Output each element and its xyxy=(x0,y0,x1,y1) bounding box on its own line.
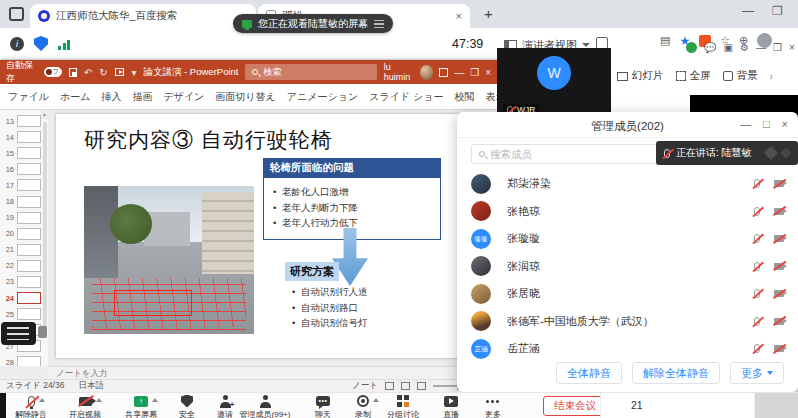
slide-thumbnail-25[interactable]: 25 xyxy=(0,306,48,322)
browser-restore-button[interactable]: ❐ xyxy=(772,4,783,18)
more-toolbar-button[interactable]: 更多 xyxy=(464,394,522,418)
gear-icon[interactable]: ⚙ xyxy=(740,42,749,53)
slide-thumbnail-18[interactable]: 18 xyxy=(0,193,48,209)
muted-mic-icon[interactable] xyxy=(754,317,760,326)
new-tab-button[interactable]: + xyxy=(484,5,493,22)
ribbon-tab-review[interactable]: 校閲 xyxy=(454,90,474,104)
tab-close-icon[interactable]: × xyxy=(456,10,462,22)
manage-members-button[interactable]: 管理成员(99+) xyxy=(236,394,294,418)
ribbon-tab-slideshow[interactable]: スライド ショー xyxy=(369,90,443,104)
notification-menu-icon[interactable] xyxy=(374,20,384,28)
member-row[interactable]: 张居晓 xyxy=(457,280,798,308)
presenter-tools-overlay[interactable] xyxy=(1,322,36,345)
close-icon[interactable]: × xyxy=(789,42,795,53)
slide-thumbnail-17[interactable]: 17 xyxy=(0,177,48,193)
muted-camera-icon[interactable] xyxy=(774,235,784,242)
ribbon-tab-insert[interactable]: 挿入 xyxy=(101,90,121,104)
member-row[interactable]: 郑柒漭染 xyxy=(457,170,798,198)
reading-list-icon[interactable]: ▤ xyxy=(660,34,670,47)
browser-minimize-button[interactable]: — xyxy=(742,4,754,18)
chevron-up-icon[interactable] xyxy=(39,398,45,402)
muted-mic-icon[interactable] xyxy=(754,262,760,271)
notes-input[interactable]: ノートを入力 xyxy=(48,366,497,379)
language-indicator[interactable]: 日本語 xyxy=(78,380,104,392)
ribbon-tab-home[interactable]: ホーム xyxy=(60,90,90,104)
undo-icon[interactable]: ↶ xyxy=(84,67,92,78)
muted-mic-icon[interactable] xyxy=(754,289,760,298)
ribbon-tab-file[interactable]: ファイル xyxy=(8,90,49,104)
member-row[interactable]: 芷涵 岳芷涵 xyxy=(457,335,798,363)
member-row[interactable]: 张艳琼 xyxy=(457,198,798,226)
muted-mic-icon[interactable] xyxy=(754,207,760,216)
member-avatar xyxy=(471,201,491,221)
muted-mic-icon[interactable] xyxy=(754,179,760,188)
video-tile[interactable]: W WJR xyxy=(497,48,611,122)
ppt-minimize-button[interactable]: — xyxy=(454,67,464,78)
member-row[interactable]: 张润琼 xyxy=(457,253,798,281)
apps-icon[interactable]: ▣ xyxy=(723,42,732,53)
reading-view-icon[interactable] xyxy=(417,382,426,390)
autosave-toggle[interactable]: オフ xyxy=(44,67,62,77)
slide-thumbnail-16[interactable]: 16 xyxy=(0,161,48,177)
minimize-icon[interactable]: — xyxy=(756,42,766,53)
ribbon-tab-design[interactable]: デザイン xyxy=(163,90,204,104)
member-row[interactable]: 璇璇 张璇璇 xyxy=(457,225,798,253)
muted-mic-icon[interactable] xyxy=(754,234,760,243)
slide-thumbnail-24[interactable]: 24 xyxy=(0,290,48,306)
slides-mode-button[interactable]: 幻灯片 xyxy=(617,69,664,83)
thumbnail-scrollbar[interactable] xyxy=(43,122,47,337)
more-tools-chevron-icon[interactable]: › xyxy=(770,71,773,82)
slide-thumbnail-28[interactable]: 28 xyxy=(0,354,48,366)
sorter-view-icon[interactable] xyxy=(401,382,410,390)
muted-camera-icon[interactable] xyxy=(774,208,784,215)
mute-all-button[interactable]: 全体静音 xyxy=(556,362,622,384)
muted-camera-icon[interactable] xyxy=(774,345,784,352)
notes-toggle[interactable]: ノート xyxy=(352,380,378,392)
panel-minimize-icon[interactable]: — xyxy=(740,118,751,130)
chevron-up-icon[interactable] xyxy=(96,398,102,402)
fullscreen-button[interactable]: 全屏 xyxy=(676,69,711,83)
unmute-all-button[interactable]: 解除全体静音 xyxy=(632,362,720,384)
slide-thumbnail-23[interactable]: 23 xyxy=(0,274,48,290)
ribbon-display-icon[interactable] xyxy=(439,68,449,77)
browser-app-icon[interactable] xyxy=(9,7,24,21)
restore-icon[interactable]: ❐ xyxy=(773,42,782,53)
unmute-button[interactable]: 解除静音 xyxy=(2,394,60,418)
redo-icon[interactable]: ↻ xyxy=(99,67,107,78)
panel-maximize-icon[interactable]: □ xyxy=(763,118,770,130)
slide-thumbnail-15[interactable]: 15 xyxy=(0,145,48,161)
slide-thumbnail-21[interactable]: 21 xyxy=(0,242,48,258)
muted-mic-icon[interactable] xyxy=(754,344,760,353)
qat-dropdown-icon[interactable]: ▾ xyxy=(131,67,136,78)
muted-camera-icon[interactable] xyxy=(774,263,784,270)
member-row[interactable]: 张德军-中国地质大学（武汉） xyxy=(457,308,798,336)
thumb-scroll-up-icon[interactable]: ▲ xyxy=(41,110,48,119)
slide-thumbnail-20[interactable]: 20 xyxy=(0,226,48,242)
slideshow-icon[interactable] xyxy=(115,68,125,76)
ppt-search-box[interactable]: 検索 xyxy=(245,64,376,80)
watermark-shape xyxy=(764,146,778,160)
save-icon[interactable] xyxy=(69,68,77,77)
info-icon[interactable]: i xyxy=(10,37,24,51)
slide-thumbnail-22[interactable]: 22 xyxy=(0,258,48,274)
panel-close-icon[interactable]: × xyxy=(782,118,788,130)
muted-camera-icon[interactable] xyxy=(774,290,784,297)
chat-bubble-icon[interactable]: 💬 xyxy=(704,42,716,53)
slide-thumbnail-14[interactable]: 14 xyxy=(0,129,48,145)
end-meeting-button[interactable]: 结束会议 xyxy=(543,396,607,416)
ppt-user-avatar[interactable] xyxy=(420,65,433,80)
start-video-button[interactable]: 开启视频 xyxy=(56,394,114,418)
muted-camera-icon[interactable] xyxy=(774,318,784,325)
ribbon-tab-animations[interactable]: アニメーション xyxy=(287,90,358,104)
ppt-close-button[interactable]: × xyxy=(485,67,491,78)
more-button[interactable]: 更多 xyxy=(730,362,784,384)
slide-thumbnail-19[interactable]: 19 xyxy=(0,210,48,226)
ppt-restore-button[interactable]: ❐ xyxy=(470,67,479,78)
background-button[interactable]: 背景 xyxy=(723,69,758,83)
ribbon-tab-draw[interactable]: 描画 xyxy=(132,90,152,104)
normal-view-icon[interactable] xyxy=(385,382,394,390)
presenter-tools-handle[interactable] xyxy=(38,326,47,338)
muted-camera-icon[interactable] xyxy=(774,180,784,187)
browser-tab-1[interactable]: 江西师范大陈华_百度搜索 × xyxy=(30,4,256,28)
ribbon-tab-transitions[interactable]: 画面切り替え xyxy=(215,90,275,104)
